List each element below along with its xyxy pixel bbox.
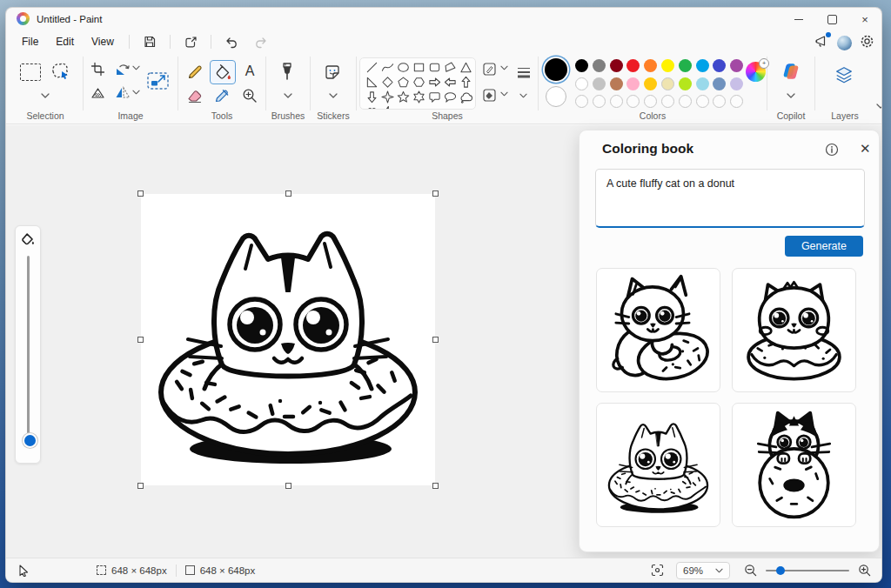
secondary-color-well[interactable] bbox=[546, 86, 566, 107]
line-thickness-chevron[interactable] bbox=[519, 93, 527, 98]
empty-color-swatch[interactable] bbox=[679, 95, 692, 108]
flip-chevron[interactable] bbox=[132, 90, 140, 95]
minimize-button[interactable] bbox=[782, 8, 815, 30]
color-swatch[interactable] bbox=[661, 77, 674, 90]
shape-four-point-star-icon[interactable] bbox=[379, 90, 395, 104]
color-swatch[interactable] bbox=[679, 59, 692, 72]
generate-button[interactable]: Generate bbox=[785, 236, 863, 257]
shape-six-point-star-icon[interactable] bbox=[411, 90, 426, 104]
eraser-tool-button[interactable] bbox=[182, 84, 206, 107]
fill-tolerance-slider[interactable] bbox=[23, 433, 37, 448]
crop-button[interactable] bbox=[90, 62, 105, 77]
fill-tolerance-track[interactable] bbox=[27, 256, 30, 435]
color-swatch[interactable] bbox=[575, 59, 588, 72]
color-picker-tool-button[interactable] bbox=[210, 84, 234, 107]
shape-speech-bubble-icon[interactable] bbox=[426, 90, 442, 104]
shape-polygon-icon[interactable] bbox=[442, 60, 458, 75]
shape-outline-button[interactable] bbox=[482, 62, 497, 77]
zoom-slider[interactable] bbox=[766, 565, 849, 576]
color-swatch[interactable] bbox=[696, 59, 709, 72]
color-swatch[interactable] bbox=[713, 59, 726, 72]
shape-triangle-icon[interactable] bbox=[458, 60, 473, 75]
color-swatch[interactable] bbox=[626, 59, 640, 72]
remove-background-button[interactable] bbox=[90, 86, 105, 100]
info-button[interactable] bbox=[825, 143, 839, 160]
shape-arrow-up-icon[interactable] bbox=[458, 75, 473, 90]
selection-handle[interactable] bbox=[432, 483, 439, 489]
shape-pentagon-icon[interactable] bbox=[395, 75, 411, 90]
color-swatch[interactable] bbox=[730, 77, 743, 90]
empty-color-swatch[interactable] bbox=[696, 95, 709, 108]
selection-handle[interactable] bbox=[285, 190, 291, 197]
fill-tool-button[interactable] bbox=[210, 60, 236, 84]
layers-button[interactable] bbox=[834, 65, 854, 84]
generated-thumbnail-2[interactable] bbox=[732, 268, 856, 392]
shape-fill-button[interactable] bbox=[482, 88, 497, 103]
line-thickness-button[interactable] bbox=[515, 65, 533, 79]
stickers-chevron[interactable] bbox=[329, 93, 338, 98]
panel-close-button[interactable]: ✕ bbox=[856, 139, 874, 158]
shape-thought-bubble-icon[interactable] bbox=[458, 90, 473, 104]
shape-lightning-icon[interactable] bbox=[379, 104, 395, 110]
zoom-in-button[interactable] bbox=[858, 564, 871, 577]
edit-colors-button[interactable]: + bbox=[746, 62, 766, 82]
shape-right-triangle-icon[interactable] bbox=[364, 75, 379, 90]
drawing-canvas[interactable] bbox=[141, 194, 435, 485]
selection-handle[interactable] bbox=[137, 483, 144, 489]
color-swatch[interactable] bbox=[593, 59, 606, 72]
empty-color-swatch[interactable] bbox=[713, 95, 726, 108]
zoom-level-dropdown[interactable]: 69% bbox=[676, 562, 730, 579]
color-swatch[interactable] bbox=[644, 77, 657, 90]
undo-button[interactable] bbox=[218, 33, 246, 51]
empty-color-swatch[interactable] bbox=[626, 95, 640, 108]
empty-color-swatch[interactable] bbox=[593, 95, 606, 108]
color-swatch[interactable] bbox=[661, 59, 674, 72]
color-swatch[interactable] bbox=[713, 77, 726, 90]
shape-hexagon-icon[interactable] bbox=[411, 75, 426, 90]
color-swatch[interactable] bbox=[610, 59, 623, 72]
menu-view[interactable]: View bbox=[83, 32, 123, 51]
zoom-slider-thumb[interactable] bbox=[776, 566, 785, 575]
empty-color-swatch[interactable] bbox=[730, 95, 743, 108]
selection-handle[interactable] bbox=[137, 190, 144, 197]
empty-color-swatch[interactable] bbox=[661, 95, 674, 108]
pencil-tool-button[interactable] bbox=[182, 60, 206, 83]
menu-edit[interactable]: Edit bbox=[47, 32, 83, 51]
empty-color-swatch[interactable] bbox=[644, 95, 657, 108]
shape-heart-icon[interactable] bbox=[364, 104, 379, 110]
rotate-chevron[interactable] bbox=[132, 65, 140, 70]
prompt-input[interactable]: A cute fluffy cat on a donut bbox=[595, 169, 865, 228]
shape-five-point-star-icon[interactable] bbox=[395, 90, 411, 104]
shape-oval-speech-bubble-icon[interactable] bbox=[442, 90, 458, 104]
shape-arrow-down-icon[interactable] bbox=[364, 90, 379, 104]
shape-rectangle-icon[interactable] bbox=[411, 60, 426, 75]
generated-thumbnail-1[interactable] bbox=[596, 268, 720, 392]
share-button[interactable] bbox=[177, 32, 204, 51]
text-tool-button[interactable]: A bbox=[238, 60, 262, 83]
shape-arrow-right-icon[interactable] bbox=[426, 75, 442, 90]
empty-color-swatch[interactable] bbox=[610, 95, 623, 108]
selection-handle[interactable] bbox=[285, 483, 291, 489]
color-swatch[interactable] bbox=[730, 59, 743, 72]
selection-handle[interactable] bbox=[432, 337, 439, 343]
flip-button[interactable] bbox=[115, 86, 131, 99]
generated-thumbnail-4[interactable] bbox=[732, 403, 856, 527]
save-button[interactable] bbox=[136, 32, 164, 51]
brushes-chevron[interactable] bbox=[284, 93, 292, 98]
shape-rounded-rectangle-icon[interactable] bbox=[426, 60, 442, 75]
color-swatch[interactable] bbox=[593, 77, 606, 90]
shape-oval-icon[interactable] bbox=[395, 60, 411, 75]
selection-options-chevron[interactable] bbox=[41, 93, 50, 98]
close-button[interactable]: × bbox=[848, 8, 881, 30]
shape-outline-chevron[interactable] bbox=[500, 65, 508, 70]
copilot-button[interactable] bbox=[781, 62, 801, 81]
zoom-out-button[interactable] bbox=[744, 564, 757, 577]
shape-line-icon[interactable] bbox=[364, 60, 379, 75]
maximize-button[interactable] bbox=[815, 8, 848, 30]
color-swatch[interactable] bbox=[696, 77, 709, 90]
color-swatch[interactable] bbox=[679, 77, 692, 90]
layers-panel-chevron[interactable] bbox=[876, 104, 882, 109]
shape-fill-chevron[interactable] bbox=[500, 91, 508, 97]
magnifier-tool-button[interactable] bbox=[238, 84, 262, 107]
color-swatch[interactable] bbox=[644, 59, 657, 72]
